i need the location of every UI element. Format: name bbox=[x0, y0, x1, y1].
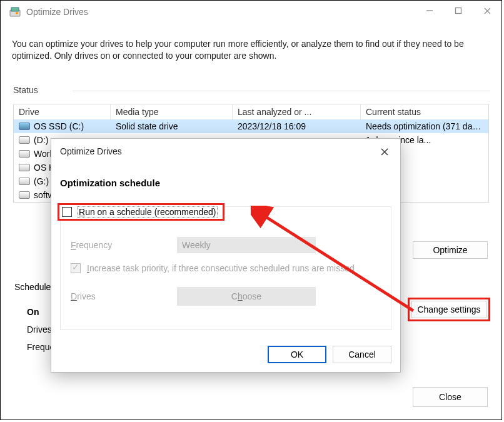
drives-label: Drives bbox=[71, 291, 177, 301]
drive-status: Needs optimization (371 days since la... bbox=[361, 119, 488, 133]
run-on-schedule-label: Run on a schedule (recommended) bbox=[77, 206, 218, 218]
frequency-row: Frequency Weekly bbox=[71, 237, 381, 253]
change-settings-button[interactable]: Change settings bbox=[411, 301, 486, 318]
minimize-button[interactable] bbox=[415, 1, 444, 21]
drive-icon bbox=[19, 123, 30, 130]
drive-icon bbox=[19, 150, 30, 158]
drive-name: OS SSD (C:) bbox=[34, 121, 84, 131]
close-button[interactable]: Close bbox=[413, 387, 488, 407]
drive-media: Solid state drive bbox=[111, 119, 233, 133]
dialog-heading: Optimization schedule bbox=[60, 178, 160, 188]
frequency-combo: Weekly bbox=[177, 237, 316, 253]
drives-row: Drives Choose bbox=[71, 287, 381, 306]
dialog-close-button[interactable] bbox=[374, 143, 395, 161]
priority-row: Increase task priority, if three consecu… bbox=[71, 263, 381, 273]
drive-icon bbox=[19, 178, 30, 185]
drive-icon bbox=[19, 191, 30, 199]
svg-point-2 bbox=[16, 12, 18, 14]
status-section-label: Status bbox=[13, 85, 38, 95]
description-text: You can optimize your drives to help you… bbox=[12, 38, 489, 62]
priority-label: Increase task priority, if three consecu… bbox=[87, 263, 355, 273]
schedule-on-label: On bbox=[27, 307, 39, 317]
schedule-drives-label: Drives bbox=[27, 324, 52, 334]
titlebar: Optimize Drives bbox=[1, 1, 501, 23]
dialog-title: Optimize Drives bbox=[60, 146, 122, 156]
header-last[interactable]: Last analyzed or ... bbox=[233, 104, 361, 119]
change-settings-highlight: Change settings bbox=[408, 298, 490, 321]
priority-checkbox bbox=[71, 263, 81, 273]
drive-icon bbox=[19, 164, 30, 171]
svg-rect-4 bbox=[456, 8, 461, 14]
optimize-button[interactable]: Optimize bbox=[413, 241, 488, 259]
close-window-button[interactable] bbox=[473, 1, 501, 21]
run-on-schedule-checkbox[interactable] bbox=[62, 207, 72, 217]
dialog-buttons: OK Cancel bbox=[268, 346, 391, 363]
table-header: Drive Media type Last analyzed or ... Cu… bbox=[14, 104, 488, 119]
status-divider bbox=[73, 91, 490, 91]
frequency-label: Frequency bbox=[71, 240, 177, 250]
drive-last: 2023/12/18 16:09 bbox=[233, 119, 361, 133]
maximize-button[interactable] bbox=[444, 1, 473, 21]
header-drive[interactable]: Drive bbox=[14, 104, 111, 119]
drive-name: (G:) bbox=[34, 176, 49, 186]
cancel-button[interactable]: Cancel bbox=[333, 346, 391, 363]
scheduled-section-label: Scheduled bbox=[14, 282, 56, 292]
schedule-group: Run on a schedule (recommended) Frequenc… bbox=[60, 206, 391, 330]
window-title: Optimize Drives bbox=[26, 7, 88, 17]
run-on-schedule-row[interactable]: Run on a schedule (recommended) bbox=[58, 203, 224, 221]
choose-button: Choose bbox=[177, 287, 316, 306]
app-icon bbox=[9, 6, 21, 18]
ok-button[interactable]: OK bbox=[268, 346, 326, 363]
drive-icon bbox=[19, 136, 30, 144]
header-status[interactable]: Current status bbox=[361, 104, 488, 119]
header-media[interactable]: Media type bbox=[111, 104, 233, 119]
schedule-dialog: Optimize Drives Optimization schedule Ru… bbox=[51, 138, 401, 373]
table-row[interactable]: OS SSD (C:) Solid state drive 2023/12/18… bbox=[14, 119, 488, 133]
drive-name: (D:) bbox=[34, 135, 48, 145]
svg-rect-1 bbox=[11, 8, 19, 11]
